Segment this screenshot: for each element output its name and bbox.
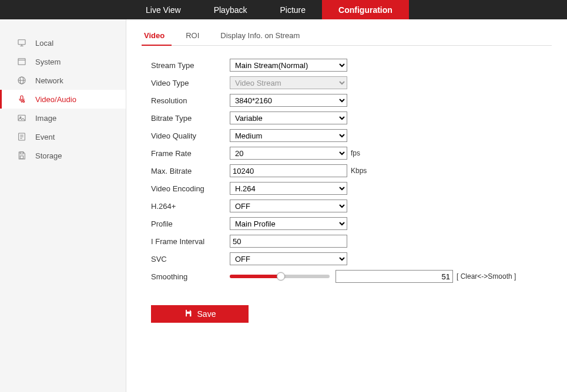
select-video-quality[interactable]: Medium bbox=[230, 129, 347, 142]
select-video-encoding[interactable]: H.264 bbox=[230, 182, 347, 195]
subtabs: Video ROI Display Info. on Stream bbox=[142, 28, 552, 46]
sidebar-item-local[interactable]: Local bbox=[0, 33, 126, 52]
mic-icon bbox=[16, 94, 27, 104]
top-nav: Live View Playback Picture Configuration bbox=[0, 0, 567, 19]
save-disk-icon bbox=[184, 309, 193, 319]
label-video-type: Video Type bbox=[142, 79, 230, 87]
label-h264-plus: H.264+ bbox=[142, 202, 230, 211]
monitor-icon bbox=[16, 38, 27, 48]
select-stream-type[interactable]: Main Stream(Normal) bbox=[230, 59, 347, 72]
svg-rect-17 bbox=[20, 152, 23, 154]
select-profile[interactable]: Main Profile bbox=[230, 217, 347, 230]
svg-rect-3 bbox=[18, 59, 25, 65]
select-resolution[interactable]: 3840*2160 bbox=[230, 94, 347, 107]
label-video-quality: Video Quality bbox=[142, 131, 230, 140]
sidebar-item-event[interactable]: Event bbox=[0, 127, 126, 146]
svg-point-10 bbox=[23, 101, 25, 103]
select-video-type: Video Stream bbox=[230, 76, 347, 89]
sidebar-item-label: Network bbox=[35, 76, 63, 85]
label-video-encoding: Video Encoding bbox=[142, 184, 230, 193]
input-smoothing-value[interactable] bbox=[335, 270, 453, 283]
image-icon bbox=[16, 113, 27, 123]
globe-icon bbox=[16, 75, 27, 86]
sidebar-item-label: System bbox=[35, 58, 61, 66]
sidebar-item-storage[interactable]: Storage bbox=[0, 146, 126, 165]
sidebar-item-label: Image bbox=[35, 114, 56, 123]
suffix-fps: fps bbox=[351, 149, 360, 157]
sidebar-item-network[interactable]: Network bbox=[0, 71, 126, 90]
input-max-bitrate[interactable] bbox=[230, 164, 347, 177]
label-profile: Profile bbox=[142, 219, 230, 228]
sidebar: Local System Network Video/Audio Image bbox=[0, 19, 126, 392]
nav-configuration[interactable]: Configuration bbox=[322, 0, 409, 19]
svg-rect-8 bbox=[21, 96, 23, 100]
file-icon bbox=[16, 131, 27, 142]
slider-smoothing[interactable] bbox=[230, 275, 330, 278]
sidebar-item-label: Video/Audio bbox=[35, 95, 76, 104]
save-disk-icon bbox=[16, 150, 27, 161]
content-area: Video ROI Display Info. on Stream Stream… bbox=[126, 19, 567, 392]
sidebar-item-video-audio[interactable]: Video/Audio bbox=[0, 90, 126, 109]
nav-picture[interactable]: Picture bbox=[263, 0, 322, 19]
input-iframe-interval[interactable] bbox=[230, 235, 347, 248]
save-button[interactable]: Save bbox=[151, 305, 249, 323]
suffix-kbps: Kbps bbox=[351, 167, 367, 175]
label-iframe-interval: I Frame Interval bbox=[142, 237, 230, 246]
label-smoothing: Smoothing bbox=[142, 272, 230, 281]
save-button-label: Save bbox=[197, 309, 216, 319]
sidebar-item-label: Event bbox=[35, 133, 55, 141]
sidebar-item-label: Local bbox=[35, 39, 53, 48]
tab-roi[interactable]: ROI bbox=[183, 28, 206, 45]
tab-video[interactable]: Video bbox=[142, 28, 172, 46]
sidebar-item-image[interactable]: Image bbox=[0, 109, 126, 127]
svg-rect-18 bbox=[20, 156, 23, 159]
slider-thumb-icon[interactable] bbox=[277, 272, 285, 281]
label-svc: SVC bbox=[142, 255, 230, 263]
label-resolution: Resolution bbox=[142, 96, 230, 105]
sidebar-item-label: Storage bbox=[35, 151, 62, 160]
nav-playback[interactable]: Playback bbox=[197, 0, 264, 19]
label-frame-rate: Frame Rate bbox=[142, 149, 230, 158]
select-h264-plus[interactable]: OFF bbox=[230, 200, 347, 212]
select-frame-rate[interactable]: 20 bbox=[230, 147, 347, 160]
label-max-bitrate: Max. Bitrate bbox=[142, 167, 230, 175]
label-bitrate-type: Bitrate Type bbox=[142, 114, 230, 123]
smoothing-hint: [ Clear<->Smooth ] bbox=[457, 272, 516, 281]
select-svc[interactable]: OFF bbox=[230, 252, 347, 265]
nav-live-view[interactable]: Live View bbox=[129, 0, 197, 19]
select-bitrate-type[interactable]: Variable bbox=[230, 111, 347, 124]
sidebar-item-system[interactable]: System bbox=[0, 52, 126, 71]
settings-window-icon bbox=[16, 56, 27, 67]
tab-display-info[interactable]: Display Info. on Stream bbox=[218, 28, 307, 45]
label-stream-type: Stream Type bbox=[142, 61, 230, 70]
svg-rect-0 bbox=[18, 40, 25, 45]
